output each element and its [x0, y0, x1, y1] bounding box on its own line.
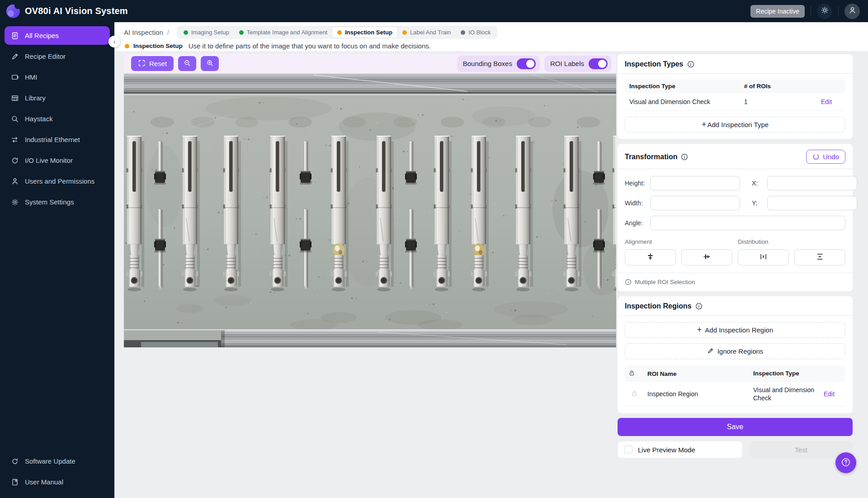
sidebar-item-label: Software Update: [25, 457, 75, 465]
current-step-dot: [125, 44, 129, 48]
align-horizontal-center-button[interactable]: [625, 249, 676, 266]
distribute-horizontal-icon: [759, 252, 768, 263]
distribution-label: Distribution: [738, 238, 845, 245]
step-status-dot: [184, 30, 188, 35]
recipe-status-badge: Recipe Inactive: [750, 5, 805, 18]
add-inspection-type-button[interactable]: +Add Inspection Type: [625, 117, 845, 133]
align-horizontal-center-icon: [646, 252, 655, 263]
reset-label: Reset: [149, 60, 167, 67]
gear-icon: [10, 198, 19, 206]
step-inspection-setup[interactable]: Inspection Setup: [332, 27, 397, 38]
sidebar-item-all-recipes[interactable]: All Recipes: [5, 26, 110, 45]
step-template-image-and-alignment[interactable]: Template Image and Alignment: [234, 27, 333, 38]
save-button[interactable]: Save: [618, 418, 853, 436]
sidebar-item-system-settings[interactable]: System Settings: [5, 193, 110, 211]
distribute-horizontal-button[interactable]: [738, 249, 789, 266]
sidebar-item-hmi[interactable]: HMI: [5, 68, 110, 86]
sidebar: All Recipes Recipe Editor HMI Library Ha…: [0, 22, 114, 498]
bounding-boxes-toggle[interactable]: Bounding Boxes: [457, 56, 540, 72]
sidebar-item-label: All Recipes: [25, 32, 59, 39]
sidebar-item-label: System Settings: [25, 198, 74, 206]
x-label: X:: [752, 180, 762, 187]
width-input[interactable]: [650, 196, 740, 210]
live-preview-mode-toggle[interactable]: Live Preview Mode: [618, 441, 742, 458]
divider: [811, 6, 811, 16]
y-input[interactable]: [767, 196, 857, 210]
button-label: Add Inspection Region: [705, 326, 773, 334]
inspection-types-card: Inspection Types Inspection Type # of RO…: [618, 54, 853, 139]
edit-inspection-type-link[interactable]: Edit: [821, 98, 832, 105]
step-status-dot: [461, 30, 465, 35]
table-row: Inspection Region Visual and Dimension C…: [625, 382, 845, 407]
section-title: Inspection Regions: [625, 302, 692, 310]
sidebar-item-users-and-permissions[interactable]: Users and Permissions: [5, 172, 110, 190]
zoom-in-button[interactable]: [201, 56, 219, 71]
info-icon[interactable]: [695, 303, 703, 310]
sidebar-item-io-live-monitor[interactable]: I/O Live Monitor: [5, 151, 110, 170]
refresh-icon: [10, 457, 19, 465]
chevron-left-icon: ‹: [113, 38, 116, 45]
undo-button[interactable]: Undo: [806, 150, 845, 164]
help-icon: [840, 456, 852, 470]
toggle-label: Bounding Boxes: [463, 60, 512, 67]
circular-arrow-icon: [10, 156, 19, 165]
add-inspection-region-button[interactable]: + Add Inspection Region: [625, 322, 845, 338]
ignore-regions-button[interactable]: Ignore Regions: [625, 343, 845, 359]
info-icon[interactable]: [687, 61, 694, 68]
theme-toggle-button[interactable]: [817, 4, 832, 19]
inspection-image[interactable]: [124, 73, 616, 347]
edit-roi-link[interactable]: Edit: [824, 390, 835, 398]
sidebar-item-software-update[interactable]: Software Update: [5, 452, 110, 470]
sidebar-collapse-button[interactable]: ‹: [108, 36, 120, 47]
sidebar-item-label: Industrial Ethernet: [25, 136, 80, 143]
angle-input[interactable]: [650, 216, 845, 230]
viewer-toolbar: Reset Bounding Boxes ROI: [124, 54, 616, 73]
search-icon: [10, 114, 19, 123]
test-button[interactable]: Test: [750, 441, 853, 458]
user-avatar[interactable]: [844, 4, 860, 19]
sidebar-item-industrial-ethernet[interactable]: Industrial Ethernet: [5, 130, 110, 149]
step-label-and-train[interactable]: Label And Train: [397, 27, 456, 38]
align-vertical-center-button[interactable]: [681, 249, 732, 266]
column-header: # of ROIs: [740, 79, 816, 93]
angle-label: Angle:: [625, 219, 650, 227]
sidebar-item-label: User Manual: [25, 478, 63, 486]
undo-icon: [812, 152, 820, 161]
sun-icon: [821, 6, 829, 16]
column-header: ROI Name: [644, 365, 750, 382]
zoom-out-icon: [184, 59, 191, 68]
reset-view-button[interactable]: Reset: [131, 56, 174, 71]
step-label: IO Block: [468, 29, 491, 36]
breadcrumb[interactable]: AI Inspection: [124, 28, 163, 36]
step-label: Imaging Setup: [191, 29, 229, 36]
lock-icon: [628, 371, 635, 378]
zoom-out-button[interactable]: [178, 56, 196, 71]
settings-panel: Inspection Types Inspection Type # of RO…: [618, 54, 853, 458]
sidebar-item-library[interactable]: Library: [5, 89, 110, 107]
height-input[interactable]: [650, 176, 740, 190]
sidebar-item-label: Recipe Editor: [25, 52, 66, 60]
table-row: Visual and Dimension Check 1 Edit: [625, 93, 845, 111]
roi-labels-toggle[interactable]: ROI Labels: [544, 56, 612, 72]
step-io-block[interactable]: IO Block: [456, 27, 495, 38]
help-button[interactable]: [835, 452, 856, 473]
plus-icon: +: [697, 325, 702, 335]
inspection-type-cell: Visual and Dimension Check: [625, 93, 740, 111]
distribute-vertical-button[interactable]: [794, 249, 845, 266]
y-label: Y:: [752, 199, 762, 207]
width-label: Width:: [625, 199, 650, 207]
unlock-icon[interactable]: [631, 391, 638, 398]
live-preview-checkbox[interactable]: [624, 446, 632, 454]
sidebar-item-recipe-editor[interactable]: Recipe Editor: [5, 47, 110, 66]
step-label: Template Image and Alignment: [247, 29, 328, 36]
x-input[interactable]: [767, 176, 857, 190]
main-content: ‹ AI Inspection / Imaging Setup Template…: [114, 22, 868, 498]
button-label: Add Inspection Type: [707, 121, 769, 128]
toggle-switch-on[interactable]: [517, 58, 536, 69]
roi-name-cell: Inspection Region: [644, 382, 750, 407]
toggle-switch-on[interactable]: [589, 58, 608, 69]
step-imaging-setup[interactable]: Imaging Setup: [179, 27, 234, 38]
sidebar-item-haystack[interactable]: Haystack: [5, 109, 110, 128]
sidebar-item-user-manual[interactable]: User Manual: [5, 473, 110, 491]
info-icon[interactable]: [681, 153, 688, 161]
